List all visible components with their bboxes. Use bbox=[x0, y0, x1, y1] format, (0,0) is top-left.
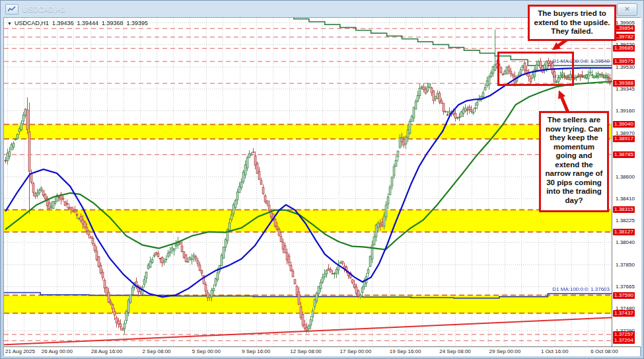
price-tick-label: 1.39345 bbox=[616, 86, 635, 92]
time-tick-label: 29 Sep 00:00 bbox=[489, 348, 521, 354]
time-tick-label: 12 Sep 08:00 bbox=[290, 348, 322, 354]
price-tick-label: 1.38410 bbox=[616, 196, 635, 202]
window-title: USDCAD,H1 bbox=[22, 5, 65, 13]
time-tick-label: 17 Sep 00:00 bbox=[340, 348, 372, 354]
price-level-red-label: 1.39575 bbox=[613, 58, 635, 65]
price-tick-label: 1.38225 bbox=[616, 218, 635, 223]
annotation-box-sellers: The sellers are now trying. Can they kee… bbox=[539, 111, 609, 212]
price-tick-label: 1.39160 bbox=[616, 108, 635, 114]
time-tick-label: 2 Sep 08:00 bbox=[142, 348, 170, 354]
price-tick-label: 1.37665 bbox=[616, 284, 635, 290]
price-level-red-label: 1.37437 bbox=[613, 310, 635, 317]
price-tick-label: 1.39530 bbox=[616, 64, 635, 70]
time-tick-label: 1 Oct 16:00 bbox=[541, 348, 568, 354]
annotation-box-buyers: The buyers tried to extend to the upside… bbox=[528, 5, 616, 41]
info-symbol: USDCAD,H1 bbox=[15, 20, 49, 26]
info-close: 1.39395 bbox=[127, 20, 149, 26]
time-tick-label: 21 Aug 2025 bbox=[5, 348, 35, 354]
ohlc-info-bar: ▼USDCAD,H11.394361.394441.393681.39395 bbox=[7, 20, 151, 26]
price-level-red-label: 1.38785 bbox=[613, 151, 635, 158]
time-tick-label: 5 Sep 00:00 bbox=[192, 348, 221, 354]
time-tick-label: 26 Aug 00:00 bbox=[42, 348, 73, 354]
info-high: 1.39444 bbox=[77, 20, 99, 26]
price-level-red-label: 1.39388 bbox=[613, 80, 635, 87]
price-tick-label: 1.37850 bbox=[616, 262, 635, 268]
price-level-red-label: 1.39040 bbox=[613, 121, 635, 128]
ma-value-label: D1 MA:100:0:0: 1.37603 bbox=[552, 286, 610, 292]
price-level-red-label: 1.37590 bbox=[613, 292, 635, 299]
price-level-red-label: 1.39685 bbox=[613, 45, 635, 52]
time-tick-label: 6 Oct 08:00 bbox=[590, 348, 618, 354]
price-axis[interactable]: 1.399051.397201.395301.393451.391601.389… bbox=[612, 18, 641, 346]
price-tick-label: 1.38600 bbox=[616, 174, 635, 180]
price-action-box bbox=[497, 52, 574, 87]
chart-window: USDCAD,H1 ✕ ▼USDCAD,H11.394361.394441.39… bbox=[0, 0, 644, 359]
chart-plot-area[interactable]: ▼USDCAD,H11.394361.394441.393681.39395 D… bbox=[4, 18, 612, 346]
time-tick-label: 28 Aug 16:00 bbox=[91, 348, 122, 354]
price-level-red-label: 1.38315 bbox=[613, 206, 635, 213]
price-level-red-label: 1.38917 bbox=[613, 136, 635, 142]
price-level-red-label: 1.38127 bbox=[613, 229, 635, 235]
close-button[interactable]: ✕ bbox=[617, 3, 637, 16]
time-tick-label: 9 Sep 16:00 bbox=[242, 348, 270, 354]
chart-icon bbox=[5, 4, 18, 15]
time-tick-label: 24 Sep 08:00 bbox=[439, 348, 471, 354]
symbol-dropdown-icon: ▼ bbox=[7, 21, 12, 26]
price-level-red-label: 1.37204 bbox=[613, 337, 635, 344]
info-low: 1.39368 bbox=[102, 20, 124, 26]
time-axis[interactable]: 21 Aug 202526 Aug 00:0028 Aug 16:002 Sep… bbox=[4, 346, 640, 356]
time-tick-label: 19 Sep 16:00 bbox=[390, 348, 421, 354]
info-open: 1.39436 bbox=[52, 20, 74, 26]
price-tick-label: 1.38040 bbox=[616, 239, 635, 245]
